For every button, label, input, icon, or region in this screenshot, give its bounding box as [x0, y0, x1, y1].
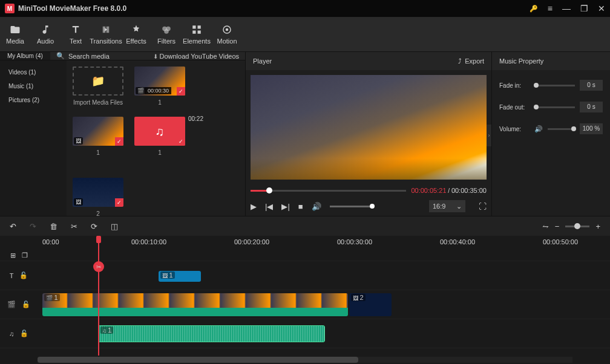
import-media-button[interactable]: 📁 Import Media Files — [73, 67, 123, 106]
filters-icon — [161, 24, 172, 35]
crop-button[interactable]: ◫ — [111, 222, 118, 231]
speaker-icon: 🔊 — [534, 125, 543, 133]
volume-slider[interactable] — [330, 206, 372, 207]
tab-effects[interactable]: Effects — [121, 17, 151, 51]
maximize-button[interactable]: ❐ — [580, 4, 588, 13]
folder-icon — [10, 24, 21, 35]
svg-rect-4 — [198, 25, 201, 28]
panel-expand-handle[interactable]: › — [487, 125, 491, 146]
tab-elements[interactable]: Elements — [182, 17, 212, 51]
text-track-icon: T — [10, 272, 14, 279]
fit-button[interactable]: ⥊ — [542, 222, 549, 231]
speed-button[interactable]: ⟳ — [91, 222, 97, 231]
check-icon: ✓ — [177, 137, 185, 146]
effects-icon — [131, 24, 142, 35]
svg-rect-5 — [192, 30, 195, 33]
volume-value[interactable]: 100 % — [580, 123, 603, 134]
category-list: Videos (1) Music (1) Pictures (2) — [0, 60, 67, 223]
category-pictures[interactable]: Pictures (2) — [0, 93, 67, 107]
close-button[interactable]: ✕ — [598, 4, 605, 13]
check-icon: ✓ — [177, 87, 185, 96]
category-music[interactable]: Music (1) — [0, 79, 67, 93]
text-clip[interactable]: 🖼 1 — [159, 271, 201, 282]
fade-in-label: Fade in: — [499, 82, 530, 89]
folder-icon: 📁 — [91, 74, 105, 88]
media-item-image[interactable]: 🖼 ✓ 1 — [73, 117, 123, 156]
playhead[interactable]: ✂ — [98, 236, 99, 356]
properties-title: Music Property — [492, 52, 610, 70]
lock-icon[interactable]: 🔓 — [19, 271, 28, 279]
tab-text[interactable]: Text — [61, 17, 91, 51]
split-button[interactable]: ✂ — [71, 222, 77, 231]
timeline-ruler[interactable]: 00:00 00:00:10:00 00:00:20:00 00:00:30:0… — [38, 236, 610, 250]
aspect-ratio-select[interactable]: 16:9 ⌄ — [429, 200, 465, 212]
player-title: Player — [253, 57, 272, 65]
image-icon: 🖼 — [74, 137, 83, 145]
zoom-slider[interactable] — [565, 226, 589, 227]
category-videos[interactable]: Videos (1) — [0, 65, 67, 79]
download-youtube-link[interactable]: ⬇ Download YouTube Videos — [147, 53, 245, 60]
export-button[interactable]: ⤴ Export — [458, 57, 484, 65]
delete-button[interactable]: 🗑 — [50, 222, 57, 231]
volume-icon[interactable]: 🔊 — [312, 202, 321, 211]
fade-in-slider[interactable] — [534, 85, 575, 86]
video-track[interactable]: 🎬 1 🖼 2 — [38, 290, 610, 319]
next-frame-button[interactable]: ▶| — [281, 202, 289, 211]
prev-frame-button[interactable]: |◀ — [265, 202, 273, 211]
app-title: MiniTool MovieMaker Free 8.0.0 — [18, 4, 126, 13]
image-icon: 🖼 — [74, 198, 83, 206]
text-icon — [70, 24, 81, 35]
search-icon: 🔍 — [56, 52, 65, 60]
fullscreen-button[interactable]: ⛶ — [479, 202, 487, 211]
media-grid: 📁 Import Media Files 🎬 00:00:30 ✓ 1 🖼 ✓ — [67, 60, 245, 223]
progress-thumb[interactable] — [266, 187, 272, 193]
music-icon: ♫ — [156, 125, 165, 138]
stop-button[interactable]: ■ — [298, 202, 303, 211]
timeline: ↶ ↷ 🗑 ✂ ⟳ ◫ ⥊ − + ⊞❐ T🔓 🎬🔓 ♫🔓 00:00 00:0… — [0, 216, 610, 364]
tab-transitions[interactable]: Transitions — [91, 17, 121, 51]
album-tab[interactable]: My Album (4) — [0, 52, 50, 60]
tab-audio[interactable]: Audio — [30, 17, 61, 51]
media-item-video[interactable]: 🎬 00:00:30 ✓ 1 — [134, 67, 185, 106]
video-preview[interactable] — [251, 75, 487, 180]
split-at-playhead-button[interactable]: ✂ — [93, 261, 104, 272]
track-toggle-button[interactable]: ❐ — [22, 252, 28, 259]
export-icon: ⤴ — [458, 57, 462, 65]
redo-button[interactable]: ↷ — [30, 222, 36, 231]
tab-filters[interactable]: Filters — [151, 17, 182, 51]
key-icon[interactable]: 🔑 — [530, 5, 538, 13]
minimize-button[interactable]: — — [562, 4, 571, 13]
svg-point-8 — [226, 28, 229, 31]
chevron-down-icon: ⌄ — [456, 203, 462, 210]
audio-track-head: ♫🔓 — [0, 319, 38, 348]
fade-in-value[interactable]: 0 s — [580, 80, 603, 91]
media-item-music[interactable]: 00:22 ♫ ✓ 1 — [134, 117, 185, 156]
app-logo: M — [5, 4, 15, 13]
audio-clip[interactable]: ♫ 1 — [98, 325, 325, 342]
svg-rect-3 — [192, 25, 195, 28]
lock-icon[interactable]: 🔓 — [22, 301, 30, 308]
text-track[interactable]: 🖼 1 — [38, 261, 610, 290]
play-button[interactable]: ▶ — [251, 202, 257, 211]
undo-button[interactable]: ↶ — [10, 222, 16, 231]
timeline-scrollbar[interactable] — [38, 357, 572, 363]
tab-motion[interactable]: Motion — [212, 17, 242, 51]
add-track-button[interactable]: ⊞ — [10, 252, 16, 259]
transitions-icon — [100, 24, 111, 35]
menu-icon[interactable]: ≡ — [548, 4, 553, 13]
progress-bar[interactable]: 00:00:05:21 / 00:00:35:00 — [246, 184, 491, 197]
volume-prop-slider[interactable] — [548, 128, 575, 130]
lock-icon[interactable]: 🔓 — [20, 330, 28, 337]
fade-out-value[interactable]: 0 s — [580, 102, 603, 112]
fade-out-slider[interactable] — [534, 106, 575, 108]
video-clip[interactable]: 🖼 2 — [349, 293, 392, 316]
video-clip[interactable]: 🎬 1 — [42, 293, 348, 316]
player-panel: Player ⤴ Export 00:00:05:21 / 00:00:35:0… — [245, 52, 492, 216]
audio-track[interactable]: ♫ 1 — [38, 319, 610, 348]
zoom-out-button[interactable]: − — [555, 222, 560, 231]
search-input[interactable]: 🔍 Search media — [50, 52, 147, 60]
volume-label: Volume: — [499, 126, 530, 132]
tab-media[interactable]: Media — [0, 17, 30, 51]
zoom-in-button[interactable]: + — [595, 222, 600, 231]
media-item-image[interactable]: 🖼 ✓ 2 — [73, 178, 123, 217]
